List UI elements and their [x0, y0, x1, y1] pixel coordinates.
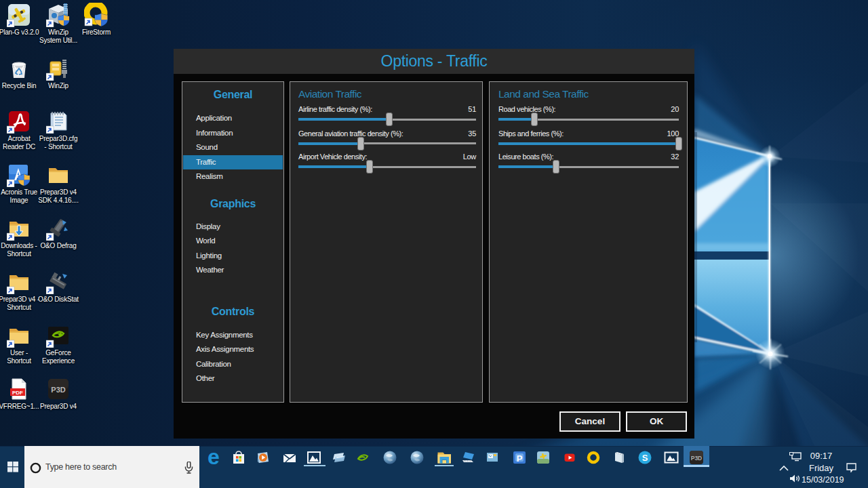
svg-text:P3D: P3D [691, 455, 703, 462]
svg-text:P3D: P3D [51, 386, 65, 394]
svg-text:S: S [642, 453, 648, 463]
svg-text:PDF: PDF [12, 390, 23, 396]
svg-text:e: e [208, 450, 220, 466]
svg-text:P: P [517, 453, 523, 464]
